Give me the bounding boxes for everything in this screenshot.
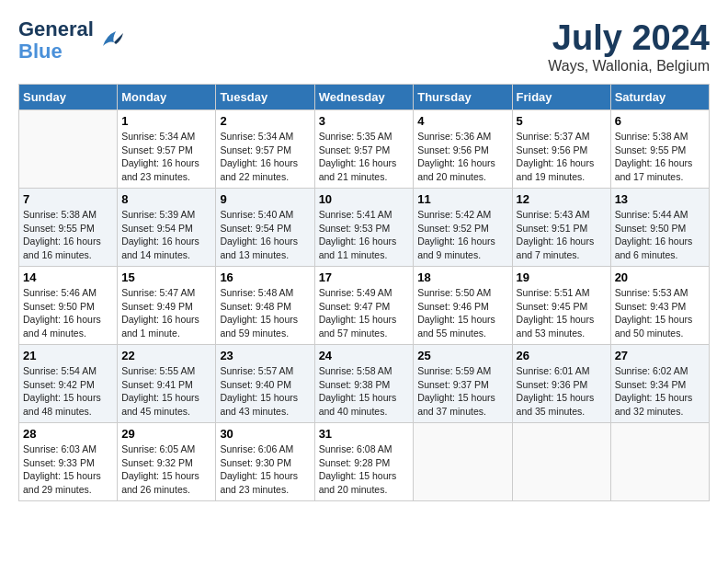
- calendar-cell: 9Sunrise: 5:40 AM Sunset: 9:54 PM Daylig…: [216, 189, 314, 267]
- calendar-cell: 27Sunrise: 6:02 AM Sunset: 9:34 PM Dayli…: [610, 345, 709, 423]
- calendar-cell: 31Sunrise: 6:08 AM Sunset: 9:28 PM Dayli…: [314, 423, 414, 501]
- day-number: 18: [417, 270, 507, 284]
- title-area: July 2024 Ways, Wallonia, Belgium: [548, 18, 710, 75]
- day-info: Sunrise: 5:34 AM Sunset: 9:57 PM Dayligh…: [220, 130, 310, 184]
- day-info: Sunrise: 5:40 AM Sunset: 9:54 PM Dayligh…: [220, 208, 310, 262]
- day-info: Sunrise: 6:01 AM Sunset: 9:36 PM Dayligh…: [517, 364, 607, 419]
- day-number: 12: [517, 192, 607, 206]
- weekday-sunday: Sunday: [19, 85, 118, 110]
- day-number: 16: [220, 270, 310, 284]
- day-number: 5: [517, 114, 607, 128]
- day-info: Sunrise: 5:35 AM Sunset: 9:57 PM Dayligh…: [319, 130, 410, 184]
- day-info: Sunrise: 5:38 AM Sunset: 9:55 PM Dayligh…: [615, 130, 705, 184]
- day-info: Sunrise: 5:39 AM Sunset: 9:54 PM Dayligh…: [121, 208, 211, 262]
- day-number: 31: [319, 427, 410, 441]
- calendar-cell: 2Sunrise: 5:34 AM Sunset: 9:57 PM Daylig…: [216, 110, 314, 189]
- calendar-cell: 10Sunrise: 5:41 AM Sunset: 9:53 PM Dayli…: [314, 189, 414, 267]
- day-info: Sunrise: 5:57 AM Sunset: 9:40 PM Dayligh…: [220, 364, 310, 419]
- day-info: Sunrise: 5:37 AM Sunset: 9:56 PM Dayligh…: [517, 130, 607, 184]
- calendar-cell: 3Sunrise: 5:35 AM Sunset: 9:57 PM Daylig…: [314, 110, 414, 189]
- calendar-cell: 29Sunrise: 6:05 AM Sunset: 9:32 PM Dayli…: [118, 423, 216, 501]
- day-info: Sunrise: 5:44 AM Sunset: 9:50 PM Dayligh…: [615, 208, 705, 262]
- weekday-saturday: Saturday: [610, 85, 709, 110]
- week-row-3: 14Sunrise: 5:46 AM Sunset: 9:50 PM Dayli…: [19, 267, 710, 345]
- day-number: 28: [23, 427, 113, 441]
- day-number: 4: [417, 114, 507, 128]
- calendar-cell: 21Sunrise: 5:54 AM Sunset: 9:42 PM Dayli…: [19, 345, 118, 423]
- calendar-cell: 5Sunrise: 5:37 AM Sunset: 9:56 PM Daylig…: [512, 110, 610, 189]
- day-info: Sunrise: 5:50 AM Sunset: 9:46 PM Dayligh…: [417, 286, 507, 340]
- day-number: 27: [615, 349, 705, 362]
- week-row-4: 21Sunrise: 5:54 AM Sunset: 9:42 PM Dayli…: [19, 345, 710, 423]
- day-number: 8: [121, 192, 211, 206]
- calendar-cell: 6Sunrise: 5:38 AM Sunset: 9:55 PM Daylig…: [610, 110, 709, 189]
- day-info: Sunrise: 6:08 AM Sunset: 9:28 PM Dayligh…: [319, 442, 410, 497]
- day-number: 17: [319, 270, 410, 284]
- calendar-cell: [19, 110, 118, 189]
- day-info: Sunrise: 5:55 AM Sunset: 9:41 PM Dayligh…: [121, 364, 211, 419]
- day-number: 11: [417, 192, 507, 206]
- weekday-monday: Monday: [118, 85, 216, 110]
- calendar-cell: 18Sunrise: 5:50 AM Sunset: 9:46 PM Dayli…: [414, 267, 512, 345]
- weekday-wednesday: Wednesday: [314, 85, 414, 110]
- day-number: 10: [319, 192, 410, 206]
- calendar-cell: 26Sunrise: 6:01 AM Sunset: 9:36 PM Dayli…: [512, 345, 610, 423]
- calendar-cell: 19Sunrise: 5:51 AM Sunset: 9:45 PM Dayli…: [512, 267, 610, 345]
- logo: GeneralBlue: [18, 18, 123, 63]
- logo-icon: [96, 28, 123, 53]
- day-info: Sunrise: 5:42 AM Sunset: 9:52 PM Dayligh…: [417, 208, 507, 262]
- calendar-cell: 23Sunrise: 5:57 AM Sunset: 9:40 PM Dayli…: [216, 345, 314, 423]
- calendar-table: SundayMondayTuesdayWednesdayThursdayFrid…: [18, 84, 710, 501]
- day-number: 20: [615, 270, 705, 284]
- day-number: 13: [615, 192, 705, 206]
- calendar-cell: [610, 423, 709, 501]
- day-number: 14: [23, 270, 113, 284]
- calendar-cell: 8Sunrise: 5:39 AM Sunset: 9:54 PM Daylig…: [118, 189, 216, 267]
- week-row-1: 1Sunrise: 5:34 AM Sunset: 9:57 PM Daylig…: [19, 110, 710, 189]
- day-info: Sunrise: 5:46 AM Sunset: 9:50 PM Dayligh…: [23, 286, 113, 340]
- day-number: 30: [220, 427, 310, 441]
- month-year-title: July 2024: [548, 18, 710, 58]
- calendar-cell: 15Sunrise: 5:47 AM Sunset: 9:49 PM Dayli…: [118, 267, 216, 345]
- day-number: 2: [220, 114, 310, 128]
- weekday-friday: Friday: [512, 85, 610, 110]
- day-info: Sunrise: 5:36 AM Sunset: 9:56 PM Dayligh…: [417, 130, 507, 184]
- logo-text: GeneralBlue: [18, 18, 94, 63]
- weekday-header-row: SundayMondayTuesdayWednesdayThursdayFrid…: [19, 85, 710, 110]
- day-number: 22: [121, 349, 211, 362]
- day-number: 6: [615, 114, 705, 128]
- day-info: Sunrise: 5:48 AM Sunset: 9:48 PM Dayligh…: [220, 286, 310, 340]
- day-number: 19: [517, 270, 607, 284]
- day-number: 7: [23, 192, 113, 206]
- day-number: 15: [121, 270, 211, 284]
- calendar-cell: 20Sunrise: 5:53 AM Sunset: 9:43 PM Dayli…: [610, 267, 709, 345]
- day-number: 29: [121, 427, 211, 441]
- calendar-cell: 13Sunrise: 5:44 AM Sunset: 9:50 PM Dayli…: [610, 189, 709, 267]
- week-row-5: 28Sunrise: 6:03 AM Sunset: 9:33 PM Dayli…: [19, 423, 710, 501]
- day-number: 23: [220, 349, 310, 362]
- day-number: 26: [517, 349, 607, 362]
- calendar-cell: 28Sunrise: 6:03 AM Sunset: 9:33 PM Dayli…: [19, 423, 118, 501]
- day-info: Sunrise: 5:43 AM Sunset: 9:51 PM Dayligh…: [517, 208, 607, 262]
- day-info: Sunrise: 6:03 AM Sunset: 9:33 PM Dayligh…: [23, 442, 113, 497]
- day-info: Sunrise: 5:53 AM Sunset: 9:43 PM Dayligh…: [615, 286, 705, 340]
- calendar-cell: 16Sunrise: 5:48 AM Sunset: 9:48 PM Dayli…: [216, 267, 314, 345]
- page-header: GeneralBlue July 2024 Ways, Wallonia, Be…: [18, 18, 710, 75]
- calendar-cell: 30Sunrise: 6:06 AM Sunset: 9:30 PM Dayli…: [216, 423, 314, 501]
- day-info: Sunrise: 5:47 AM Sunset: 9:49 PM Dayligh…: [121, 286, 211, 340]
- calendar-cell: [512, 423, 610, 501]
- calendar-cell: [414, 423, 512, 501]
- calendar-cell: 1Sunrise: 5:34 AM Sunset: 9:57 PM Daylig…: [118, 110, 216, 189]
- day-info: Sunrise: 6:02 AM Sunset: 9:34 PM Dayligh…: [615, 364, 705, 419]
- day-number: 25: [417, 349, 507, 362]
- weekday-thursday: Thursday: [414, 85, 512, 110]
- day-info: Sunrise: 6:05 AM Sunset: 9:32 PM Dayligh…: [121, 442, 211, 497]
- day-number: 3: [319, 114, 410, 128]
- day-info: Sunrise: 5:59 AM Sunset: 9:37 PM Dayligh…: [417, 364, 507, 419]
- calendar-cell: 22Sunrise: 5:55 AM Sunset: 9:41 PM Dayli…: [118, 345, 216, 423]
- calendar-cell: 25Sunrise: 5:59 AM Sunset: 9:37 PM Dayli…: [414, 345, 512, 423]
- day-info: Sunrise: 6:06 AM Sunset: 9:30 PM Dayligh…: [220, 442, 310, 497]
- day-info: Sunrise: 5:34 AM Sunset: 9:57 PM Dayligh…: [121, 130, 211, 184]
- day-number: 24: [319, 349, 410, 362]
- day-info: Sunrise: 5:38 AM Sunset: 9:55 PM Dayligh…: [23, 208, 113, 262]
